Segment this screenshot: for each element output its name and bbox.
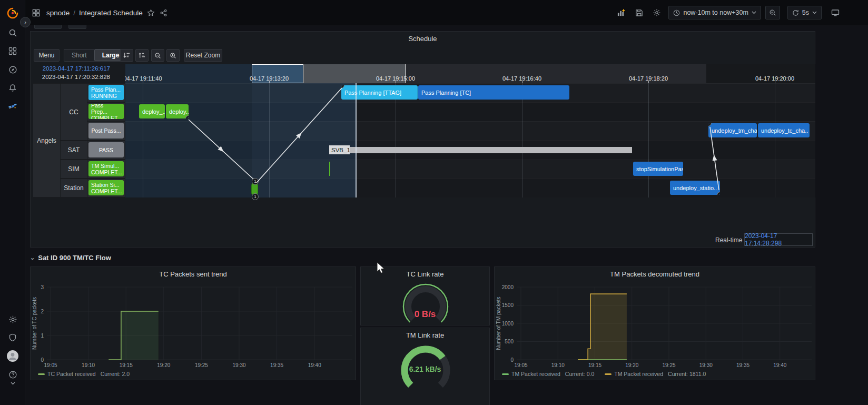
gantt-row-separator — [125, 121, 815, 122]
grafana-logo[interactable] — [5, 6, 20, 21]
chevron-down-icon[interactable] — [5, 380, 20, 387]
gantt-status-chip[interactable]: Station Si...COMPLET... — [88, 180, 124, 195]
add-panel-icon[interactable] — [615, 6, 627, 19]
svg-text:1: 1 — [41, 333, 44, 339]
gantt-menu-button[interactable]: Menu — [34, 49, 60, 62]
top-navbar: spnode / Integrated Schedule now-10m to … — [25, 0, 868, 25]
row-toggle-sat-id-900[interactable]: ⌄ Sat ID 900 TM/TC Flow — [30, 254, 111, 262]
gantt-current-time-line — [356, 83, 357, 197]
legend-item[interactable]: TM Packet receivedCurrent: 1811.0 — [605, 371, 706, 377]
gantt-milestone[interactable]: 11 — [251, 182, 258, 196]
tc-link-rate-value: 0 B/s — [361, 309, 489, 320]
search-icon[interactable] — [5, 25, 20, 40]
gantt-view-start[interactable]: 2023-04-17 17:11:26:617 — [30, 65, 110, 72]
svg-text:19:40: 19:40 — [308, 362, 321, 368]
schedule-panel-title[interactable]: Schedule — [31, 35, 815, 43]
bar-badge: 1 — [717, 192, 720, 195]
gantt-task-bar[interactable]: stopSimulationPass1 — [633, 162, 683, 176]
gantt-axis-band — [406, 64, 706, 83]
admin-shield-icon[interactable] — [5, 330, 20, 345]
milestone-badge-bottom: 1 — [252, 193, 259, 200]
legend-item[interactable]: TM Packet receivedCurrent: 0.0 — [502, 371, 594, 377]
sort-descending-icon[interactable] — [120, 49, 133, 62]
breadcrumb-separator: / — [73, 9, 75, 17]
gantt-task-bar[interactable]: undeploy_statio..1 — [670, 181, 720, 195]
share-icon[interactable] — [157, 6, 170, 19]
gantt-row-separator — [125, 83, 815, 84]
gantt-task-bar[interactable]: undeploy_tc_cha.. — [758, 123, 810, 137]
svg-text:19:35: 19:35 — [736, 362, 749, 368]
gantt-system-label-station[interactable]: Station — [60, 179, 87, 197]
gantt-svb-tag[interactable]: SVB_1 — [329, 145, 350, 154]
sort-ascending-icon[interactable] — [135, 49, 149, 62]
svg-text:19:30: 19:30 — [699, 362, 713, 368]
svg-text:Number of TM packets: Number of TM packets — [496, 297, 501, 350]
gantt-status-chip[interactable]: Pass Plan...RUNNING — [88, 85, 124, 100]
dashboard-settings-gear-icon[interactable] — [650, 6, 663, 19]
gantt-sim-marker — [329, 162, 330, 176]
save-icon[interactable] — [633, 6, 645, 19]
chevron-down-icon: ⌄ — [30, 254, 35, 261]
svg-text:3: 3 — [41, 284, 44, 290]
grafana-dashboard: › spnode / Integrated Schedule now-10m — [0, 0, 868, 405]
time-zoom-out-icon[interactable] — [765, 6, 780, 19]
gantt-axis-band — [125, 64, 252, 83]
tc-link-rate-panel: TC Link rate 0 B/s — [360, 266, 490, 325]
help-icon[interactable] — [5, 367, 20, 382]
tv-cycle-icon[interactable] — [829, 6, 842, 19]
gantt-size-short[interactable]: Short — [64, 50, 94, 61]
svg-text:19:35: 19:35 — [270, 362, 283, 368]
settings-gear-icon[interactable] — [5, 312, 20, 327]
breadcrumb-app[interactable]: spnode — [46, 9, 70, 17]
gantt-size-toggle: Short Large — [64, 49, 127, 62]
refresh-picker[interactable]: 5s — [787, 6, 822, 19]
gantt-task-bar[interactable]: undeploy_tm_cha..1 — [708, 123, 757, 137]
svg-text:19:15: 19:15 — [588, 362, 601, 368]
gantt-axis-selection[interactable] — [252, 64, 303, 83]
gantt-task-bar[interactable]: Pass Planning [TTAG]1 — [341, 85, 418, 100]
svg-text:1000: 1000 — [502, 321, 514, 327]
explore-compass-icon[interactable] — [5, 62, 20, 77]
svg-text:19:25: 19:25 — [662, 362, 675, 368]
reset-zoom-button[interactable]: Reset Zoom — [184, 49, 222, 62]
gantt-status-chip[interactable]: Post Pass... — [88, 123, 124, 139]
svg-text:19:40: 19:40 — [773, 362, 786, 368]
gantt-task-bar[interactable]: deploy..1 — [166, 104, 189, 118]
gantt-svb-bar[interactable] — [350, 147, 632, 153]
gantt-system-label-cc[interactable]: CC — [60, 83, 87, 141]
gantt-status-chip[interactable]: PASS — [88, 142, 124, 157]
time-range-picker[interactable]: now-10m to now+30m — [668, 6, 761, 19]
svg-text:19:15: 19:15 — [120, 362, 133, 368]
legend-swatch — [502, 373, 509, 375]
gantt-zoom-in-icon[interactable] — [166, 49, 180, 62]
legend-item[interactable]: TC Packet receivedCurrent: 2.0 — [38, 371, 130, 377]
gantt-system-label-sat[interactable]: SAT — [60, 141, 87, 160]
gantt-status-chip[interactable]: TM Simul...COMPLET... — [88, 161, 124, 176]
realtime-value[interactable]: 2023-04-17 17:14:28:298 — [744, 233, 813, 246]
tc-trend-legend: TC Packet receivedCurrent: 2.0 — [38, 371, 130, 377]
star-icon[interactable] — [145, 6, 157, 19]
gantt-status-chip[interactable]: Pass Prep...COMPLET... — [88, 104, 124, 119]
sidebar-expand-button[interactable]: › — [20, 17, 31, 27]
user-avatar[interactable] — [5, 349, 20, 363]
svg-text:19:25: 19:25 — [195, 362, 208, 368]
tc-packets-trend-panel: TC Packets sent trend 012319:0519:1019:1… — [30, 266, 356, 380]
row-title: Sat ID 900 TM/TC Flow — [38, 254, 111, 262]
gantt-zoom-out-icon[interactable] — [151, 49, 164, 62]
dashboard-grid-icon[interactable] — [29, 6, 42, 19]
gantt-view-end: 2023-04-17 17:20:32:828 — [30, 74, 110, 80]
gantt-axis-band — [706, 64, 815, 83]
chevron-down-icon — [752, 11, 756, 14]
realtime-label: Real-time — [715, 236, 742, 244]
gantt-group-label[interactable]: Angels — [33, 83, 61, 197]
tm-trend-legend: TM Packet receivedCurrent: 0.0TM Packet … — [502, 371, 706, 377]
alerting-bell-icon[interactable] — [5, 81, 20, 95]
gantt-task-bar[interactable]: deploy_.. — [139, 104, 165, 118]
tm-link-rate-value: 6.21 kB/s — [361, 365, 489, 373]
gantt-task-bar[interactable]: Pass Planning [TC] — [418, 85, 569, 100]
milestone-badge-top: 1 — [252, 178, 259, 185]
dashboards-icon[interactable] — [5, 44, 20, 58]
breadcrumb-dashboard[interactable]: Integrated Schedule — [79, 9, 143, 17]
satellite-plugin-icon[interactable] — [5, 99, 20, 114]
gantt-system-label-sim[interactable]: SIM — [60, 160, 87, 179]
